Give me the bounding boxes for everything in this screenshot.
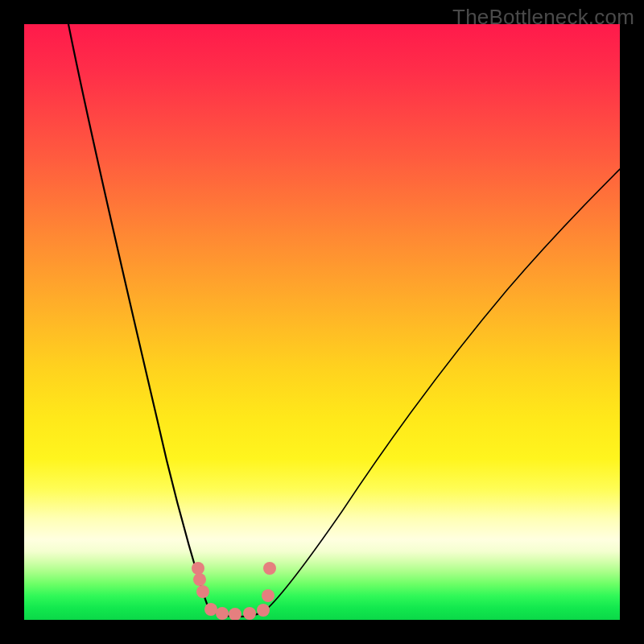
data-marker-group <box>192 562 276 620</box>
data-marker <box>257 604 270 617</box>
data-marker <box>243 607 256 620</box>
watermark-text: TheBottleneck.com <box>452 5 634 30</box>
data-marker <box>196 585 209 598</box>
curve-left-branch <box>68 24 209 610</box>
data-marker <box>262 589 275 602</box>
data-marker <box>204 603 217 616</box>
data-marker <box>229 608 242 620</box>
plot-area <box>24 24 620 620</box>
data-marker <box>192 562 204 575</box>
curve-right-branch <box>266 169 620 610</box>
data-marker <box>193 573 206 586</box>
chart-frame: TheBottleneck.com <box>0 0 644 644</box>
data-marker <box>216 607 229 620</box>
curve-layer <box>24 24 620 620</box>
data-marker <box>263 562 276 575</box>
